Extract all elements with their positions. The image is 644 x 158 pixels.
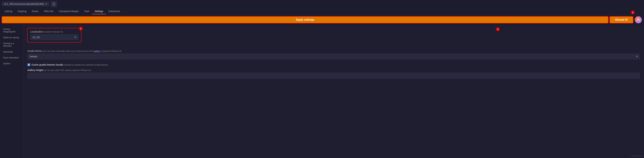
sidebar-item-saving-to-directory[interactable]: Saving to a directory [0, 40, 23, 49]
badge-2: 2 [496, 27, 500, 31]
reload-ui-button[interactable]: Reload UI [610, 16, 633, 23]
action-bar: Apply settings Reload UI [0, 15, 644, 25]
tab-extensions[interactable]: Extensions [106, 8, 123, 14]
gradio-theme-select-wrapper: Default ▼ [28, 54, 640, 60]
model-selector[interactable]: v2-1_768-ema-pruned.ckpt [ad2a33c361] ▼ [2, 2, 49, 6]
sidebar-item-paths-for-saving[interactable]: Paths for saving [0, 34, 23, 40]
model-chevron-icon: ▼ [45, 3, 48, 5]
cache-gradio-label: Cache gradio themes locally (disable to … [32, 64, 108, 66]
badge-3: 3 [631, 10, 635, 14]
tab-png-info[interactable]: PNG Info [41, 8, 56, 14]
main-layout: Saving images/grids Paths for saving Sav… [0, 25, 644, 158]
gallery-link[interactable]: gallery. [94, 50, 100, 52]
tab-img2img[interactable]: img2img [15, 8, 29, 14]
gallery-height-input[interactable] [28, 73, 640, 78]
badge-1: 1 [79, 26, 83, 30]
sidebar-item-saving-images[interactable]: Saving images/grids [0, 26, 23, 34]
gallery-height-section: Gallery height (an be any valid CSS valu… [28, 69, 640, 78]
tab-settings[interactable]: Settings [92, 8, 106, 14]
avatar-button[interactable] [634, 16, 642, 24]
localization-select[interactable]: zh_CN [30, 34, 78, 40]
gradio-theme-label: Gradio theme (you can also manually ente… [28, 50, 640, 52]
tab-train[interactable]: Train [82, 8, 92, 14]
top-bar: v2-1_768-ema-pruned.ckpt [ad2a33c361] ▼ [0, 0, 644, 8]
gradio-theme-select[interactable]: Default [28, 54, 640, 60]
sidebar-item-face-restoration[interactable]: Face restoration [0, 55, 23, 60]
sidebar-item-system[interactable]: System [0, 60, 23, 66]
settings-content: Localization (requires Reload UI) zh_CN … [24, 25, 644, 158]
svg-point-0 [638, 18, 639, 20]
localization-box: Localization (requires Reload UI) zh_CN … [28, 28, 81, 42]
localization-section: Localization (requires Reload UI) zh_CN … [28, 28, 640, 46]
localization-label: Localization (requires Reload UI) [30, 30, 78, 33]
sidebar-item-upscaling[interactable]: Upscaling [0, 49, 23, 55]
apply-settings-button[interactable]: Apply settings [2, 16, 608, 23]
gradio-theme-section: Gradio theme (you can also manually ente… [28, 50, 640, 60]
nav-tabs: txt2img img2img Extras PNG Info Checkpoi… [0, 8, 644, 15]
sidebar: Saving images/grids Paths for saving Sav… [0, 25, 24, 158]
model-name-label: v2-1_768-ema-pruned.ckpt [ad2a33c361] [4, 3, 44, 5]
tab-checkpoint-merger[interactable]: Checkpoint Merger [56, 8, 81, 14]
cache-gradio-section: Cache gradio themes locally (disable to … [28, 64, 640, 66]
localization-select-wrapper: zh_CN ▼ [30, 34, 78, 40]
shield-button[interactable] [51, 1, 57, 7]
tab-txt2img[interactable]: txt2img [2, 8, 15, 14]
gallery-height-label: Gallery height (an be any valid CSS valu… [28, 69, 640, 72]
tab-extras[interactable]: Extras [29, 8, 41, 14]
cache-gradio-checkbox[interactable] [28, 64, 30, 66]
watermark: CSDN 由 01:39 [631, 155, 643, 157]
